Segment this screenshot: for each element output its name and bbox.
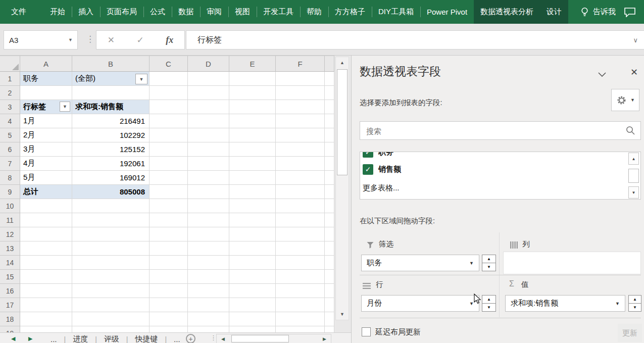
ribbon-tab-13[interactable]: Power Pivot (420, 0, 474, 24)
field-item-2[interactable]: ✓销售额 (360, 162, 640, 176)
cell-C11[interactable] (150, 213, 188, 227)
select-all-corner[interactable] (0, 56, 20, 72)
cell-B18[interactable] (72, 312, 150, 326)
cell-E12[interactable] (229, 227, 276, 241)
cell-E18[interactable] (229, 312, 276, 326)
cell-F6[interactable] (276, 142, 325, 157)
spinner-up-icon[interactable]: ▲ (482, 255, 496, 263)
cell-g13[interactable] (325, 241, 334, 256)
cell-E2[interactable] (229, 86, 276, 100)
defer-layout-checkbox[interactable] (362, 327, 371, 336)
cell-C17[interactable] (150, 298, 188, 312)
search-input[interactable] (365, 124, 610, 138)
cell-D15[interactable] (188, 270, 229, 284)
horizontal-scroll-thumb[interactable] (231, 335, 289, 342)
filters-spinner[interactable]: ▲ ▼ (482, 255, 496, 271)
cell-B8[interactable]: 169012 (72, 171, 150, 185)
cell-E9[interactable] (229, 185, 276, 199)
ribbon-tab-11[interactable]: 方方格子 (328, 0, 372, 24)
cell-g8[interactable] (325, 171, 334, 185)
cell-C13[interactable] (150, 241, 188, 256)
report-filter-dropdown-b1[interactable]: ▼ (135, 74, 147, 84)
cell-B17[interactable] (72, 298, 150, 312)
cell-E16[interactable] (229, 284, 276, 298)
column-header-E[interactable]: E (229, 56, 276, 72)
cell-D16[interactable] (188, 284, 229, 298)
row-header-3[interactable]: 3 (0, 100, 20, 114)
row-labels-filter-dropdown-a3[interactable]: ▼ (60, 102, 70, 112)
cell-A4[interactable]: 1月 (20, 114, 72, 128)
cell-C8[interactable] (150, 171, 188, 185)
cell-g5[interactable] (325, 128, 334, 142)
cell-E5[interactable] (229, 128, 276, 142)
cell-B14[interactable] (72, 256, 150, 270)
cell-F14[interactable] (276, 256, 325, 270)
row-header-10[interactable]: 10 (0, 199, 20, 213)
name-box[interactable]: A3 ▼ (4, 30, 78, 50)
spinner-up-icon[interactable]: ▲ (482, 296, 496, 304)
cell-F12[interactable] (276, 227, 325, 241)
row-header-18[interactable]: 18 (0, 312, 20, 326)
ribbon-tab-8[interactable]: 视图 (228, 0, 257, 24)
formula-bar-grip[interactable]: ⋮ (86, 34, 94, 44)
cell-C4[interactable] (150, 114, 188, 128)
ribbon-tab-2[interactable]: 开始 (43, 0, 72, 24)
cell-g12[interactable] (325, 227, 334, 241)
more-tables-link[interactable]: 更多表格... (363, 183, 400, 193)
cell-E6[interactable] (229, 142, 276, 157)
cell-B13[interactable] (72, 241, 150, 256)
cell-E8[interactable] (229, 171, 276, 185)
row-header-7[interactable]: 7 (0, 157, 20, 171)
cell-D18[interactable] (188, 312, 229, 326)
cell-D5[interactable] (188, 128, 229, 142)
cell-g1[interactable] (325, 72, 334, 86)
ribbon-tab-14-active[interactable]: 数据透视表分析 (474, 0, 540, 24)
column-header-B[interactable]: B (72, 56, 150, 72)
cell-D14[interactable] (188, 256, 229, 270)
spinner-down-icon[interactable]: ▼ (629, 304, 641, 312)
horizontal-scrollbar[interactable]: ◀ ▶ (216, 334, 331, 343)
row-header-6[interactable]: 6 (0, 142, 20, 157)
row-header-15[interactable]: 15 (0, 270, 20, 284)
ribbon-tab-7[interactable]: 审阅 (200, 0, 228, 24)
cell-B16[interactable] (72, 284, 150, 298)
cell-D6[interactable] (188, 142, 229, 157)
vertical-scroll-thumb[interactable] (337, 69, 348, 175)
sheet-tab-3[interactable]: 快捷键 (128, 334, 165, 343)
cell-E17[interactable] (229, 298, 276, 312)
comments-button[interactable] (624, 0, 636, 24)
cell-F13[interactable] (276, 241, 325, 256)
cell-A10[interactable] (20, 199, 72, 213)
rows-spinner[interactable]: ▲ ▼ (482, 295, 496, 312)
cell-F8[interactable] (276, 171, 325, 185)
cancel-icon[interactable]: ✕ (108, 35, 115, 45)
sheet-overflow-right[interactable]: ... (167, 335, 187, 343)
row-header-16[interactable]: 16 (0, 284, 20, 298)
collapse-pane-icon[interactable] (598, 70, 606, 79)
cell-A15[interactable] (20, 270, 72, 284)
cell-B3[interactable]: 求和项:销售额 (72, 100, 150, 114)
insert-function-icon[interactable]: fx (166, 35, 173, 45)
scroll-down-icon[interactable]: ▼ (336, 309, 349, 320)
ribbon-tab-10[interactable]: 帮助 (300, 0, 328, 24)
field-item-1[interactable]: ✓职务 (360, 152, 640, 159)
spinner-up-icon[interactable]: ▲ (629, 296, 641, 304)
cell-g17[interactable] (325, 298, 334, 312)
cell-g11[interactable] (325, 213, 334, 227)
cell-C10[interactable] (150, 199, 188, 213)
pill-dropdown-icon[interactable]: ▼ (469, 261, 474, 266)
ribbon-tab-1[interactable]: 文件 (2, 0, 35, 24)
cell-D4[interactable] (188, 114, 229, 128)
cell-F1[interactable] (276, 72, 325, 86)
cell-B10[interactable] (72, 199, 150, 213)
cell-F18[interactable] (276, 312, 325, 326)
row-header-11[interactable]: 11 (0, 213, 20, 227)
row-header-9[interactable]: 9 (0, 185, 20, 199)
cell-C9[interactable] (150, 185, 188, 199)
cell-A11[interactable] (20, 213, 72, 227)
scroll-right-icon[interactable]: ▶ (318, 334, 331, 343)
cell-D8[interactable] (188, 171, 229, 185)
cell-A16[interactable] (20, 284, 72, 298)
cell-E10[interactable] (229, 199, 276, 213)
cell-A18[interactable] (20, 312, 72, 326)
